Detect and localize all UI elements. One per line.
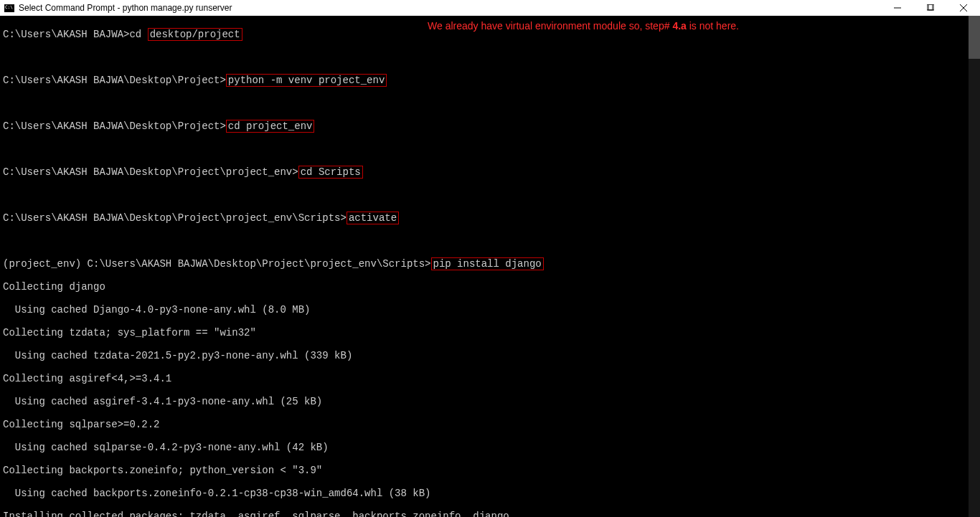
terminal-output: Collecting sqlparse>=0.2.2 [3, 419, 977, 430]
highlighted-command: cd Scripts [298, 166, 363, 179]
highlighted-command: activate [347, 212, 399, 224]
terminal-output: Using cached sqlparse-0.4.2-py3-none-any… [3, 442, 977, 453]
terminal-output: Using cached backports.zoneinfo-0.2.1-cp… [3, 488, 977, 499]
terminal-output: Collecting asgiref<4,>=3.4.1 [3, 373, 977, 384]
terminal-output: Collecting backports.zoneinfo; python_ve… [3, 465, 977, 476]
highlighted-command: pip install django [431, 257, 544, 270]
svg-rect-2 [928, 4, 934, 10]
vertical-scrollbar[interactable] [969, 16, 980, 517]
prompt-text: C:\Users\AKASH BAJWA\Desktop\Project> [3, 120, 226, 132]
window-title: Select Command Prompt - python manage.py… [19, 0, 232, 16]
highlighted-command: desktop/project [148, 28, 242, 41]
window-controls [881, 0, 980, 16]
titlebar[interactable]: Select Command Prompt - python manage.py… [0, 0, 980, 16]
terminal-output: Using cached asgiref-3.4.1-py3-none-any.… [3, 396, 977, 407]
maximize-icon [927, 4, 934, 11]
terminal-area[interactable]: C:\Users\AKASH BAJWA>cd desktop/project … [0, 16, 980, 517]
terminal-line: C:\Users\AKASH BAJWA\Desktop\Project\pro… [3, 212, 977, 224]
terminal-line: (project_env) C:\Users\AKASH BAJWA\Deskt… [3, 258, 977, 270]
command-prompt-window: Select Command Prompt - python manage.py… [0, 0, 980, 517]
close-icon [960, 4, 967, 11]
minimize-icon [894, 4, 901, 11]
svg-rect-1 [927, 4, 933, 10]
highlighted-command: python -m venv project_env [226, 74, 387, 87]
maximize-button[interactable] [914, 0, 947, 16]
close-button[interactable] [947, 0, 980, 16]
terminal-output: Collecting django [3, 281, 977, 293]
terminal-output: Collecting tzdata; sys_platform == "win3… [3, 327, 977, 338]
highlighted-command: cd project_env [226, 120, 315, 133]
prompt-text: C:\Users\AKASH BAJWA> [3, 29, 129, 40]
terminal-line: C:\Users\AKASH BAJWA\Desktop\Project>cd … [3, 120, 977, 132]
prompt-text: C:\Users\AKASH BAJWA\Desktop\Project> [3, 75, 226, 86]
terminal-line: C:\Users\AKASH BAJWA\Desktop\Project\pro… [3, 166, 977, 178]
prompt-text: C:\Users\AKASH BAJWA\Desktop\Project\pro… [3, 212, 347, 224]
terminal-line: C:\Users\AKASH BAJWA\Desktop\Project>pyt… [3, 75, 977, 86]
prompt-text: (project_env) C:\Users\AKASH BAJWA\Deskt… [3, 258, 431, 270]
terminal-output: Installing collected packages: tzdata, a… [3, 511, 977, 517]
minimize-button[interactable] [881, 0, 914, 16]
terminal-output: Using cached Django-4.0-py3-none-any.whl… [3, 304, 977, 316]
scrollbar-thumb[interactable] [969, 16, 980, 59]
prompt-text: C:\Users\AKASH BAJWA\Desktop\Project\pro… [3, 166, 298, 178]
annotation-text: We already have virtual environment modu… [428, 20, 739, 32]
cmd-icon [4, 4, 14, 12]
terminal-output: Using cached tzdata-2021.5-py2.py3-none-… [3, 350, 977, 361]
command-text: cd [129, 29, 141, 40]
